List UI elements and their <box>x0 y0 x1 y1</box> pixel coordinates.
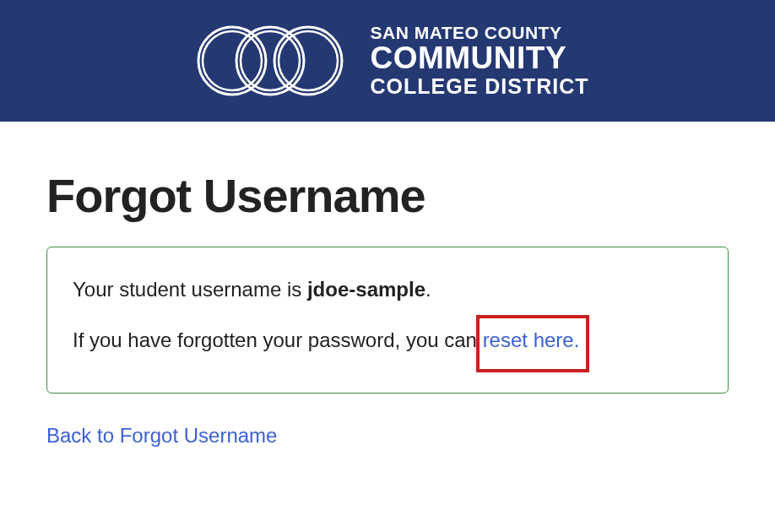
svg-point-0 <box>198 27 266 95</box>
header-line-2: COMMUNITY <box>370 42 588 75</box>
rings-icon <box>186 23 355 99</box>
main-content: Forgot Username Your student username is… <box>0 122 775 448</box>
site-header: SAN MATEO COUNTY COMMUNITY COLLEGE DISTR… <box>0 0 775 122</box>
username-suffix: . <box>425 278 431 301</box>
header-line-3: COLLEGE DISTRICT <box>370 75 588 97</box>
svg-point-3 <box>241 31 300 90</box>
svg-point-5 <box>279 31 338 90</box>
reset-line: If you have forgotten your password, you… <box>73 328 702 352</box>
header-title-text: SAN MATEO COUNTY COMMUNITY COLLEGE DISTR… <box>370 24 588 97</box>
username-prefix: Your student username is <box>73 278 307 301</box>
username-value: jdoe-sample <box>307 278 425 301</box>
logo-block: SAN MATEO COUNTY COMMUNITY COLLEGE DISTR… <box>186 23 588 99</box>
svg-point-2 <box>236 27 304 95</box>
reset-password-link[interactable]: reset here. <box>483 328 580 351</box>
header-line-1: SAN MATEO COUNTY <box>370 24 588 42</box>
username-line: Your student username is jdoe-sample. <box>73 278 702 301</box>
result-panel: Your student username is jdoe-sample. If… <box>46 247 729 394</box>
page-title: Forgot Username <box>46 168 729 223</box>
svg-point-1 <box>203 31 262 90</box>
svg-point-4 <box>274 27 342 95</box>
reset-prefix: If you have forgotten your password, you… <box>73 328 483 351</box>
back-to-forgot-username-link[interactable]: Back to Forgot Username <box>46 424 277 448</box>
